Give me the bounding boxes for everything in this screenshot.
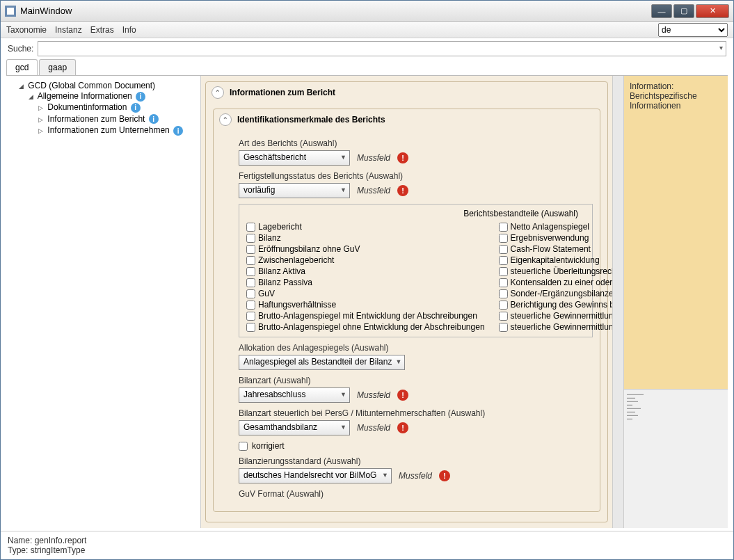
window-title: MainWindow [20, 6, 650, 16]
search-label: Suche: [8, 44, 33, 54]
check-item[interactable]: Netto Anlagenspiegel [499, 221, 612, 232]
checkbox[interactable] [499, 278, 508, 287]
error-icon: ! [439, 470, 450, 481]
checkbox[interactable] [246, 323, 255, 332]
checkbox[interactable] [246, 289, 255, 298]
vertical-scrollbar[interactable] [612, 76, 623, 528]
tab-gcd[interactable]: gcd [6, 59, 38, 75]
check-label: Netto Anlagenspiegel [511, 222, 589, 232]
check-label: Brutto-Anlagenspiegel mit Entwicklung de… [258, 311, 477, 321]
status-bar: Name: genInfo.report Type: stringItemTyp… [1, 531, 733, 559]
check-label: Bilanz [258, 233, 281, 243]
check-label: Brutto-Anlagenspiegel ohne Entwicklung d… [258, 322, 485, 332]
check-item[interactable]: steuerliche Gewinnermittlung bei P [499, 321, 612, 333]
tree-item[interactable]: ▷ Dokumentinformation i [38, 102, 198, 113]
check-item[interactable]: Brutto-Anlagenspiegel mit Entwicklung de… [246, 310, 485, 321]
check-item[interactable]: Lagebericht [246, 221, 485, 232]
info-icon[interactable]: i [136, 92, 145, 102]
allokation-select[interactable]: Anlagespiegel als Bestandteil der Bilanz [239, 355, 405, 370]
collapse-button[interactable]: ⌃ [219, 113, 232, 126]
checkbox[interactable] [499, 245, 508, 254]
tree-item[interactable]: ▷ Informationen zum Bericht i [38, 113, 198, 125]
info-text: Berichtspezifische Informationen [630, 91, 722, 111]
check-item[interactable]: Ergebnisverwendung [499, 232, 612, 243]
check-item[interactable]: Cash-Flow Statement [499, 243, 612, 255]
check-item[interactable]: Bilanz [246, 232, 485, 243]
maximize-button[interactable]: ▢ [673, 4, 694, 18]
check-item[interactable]: steuerliche Gewinnermittlung [499, 310, 612, 321]
check-item[interactable]: Zwischenlagebericht [246, 255, 485, 266]
check-label: Zwischenlagebericht [258, 255, 334, 265]
menu-instanz[interactable]: Instanz [55, 25, 82, 35]
minimize-button[interactable]: — [651, 4, 672, 18]
check-label: steuerliche Überleitungsrechnung [511, 266, 612, 276]
checkbox[interactable] [246, 256, 255, 265]
check-item[interactable]: Sonder-/Ergänzungsbilanzen als Fr [499, 288, 612, 299]
check-label: Bilanz Passiva [258, 278, 312, 287]
menu-info[interactable]: Info [122, 25, 136, 35]
info-panel: Information: Berichtspezifische Informat… [624, 76, 728, 389]
checkbox[interactable] [246, 278, 255, 287]
check-label: Berichtigung des Gewinns bei Wec [511, 300, 612, 310]
field-label: Bilanzart (Auswahl) [239, 376, 593, 385]
mussfeld-label: Mussfeld [357, 390, 390, 400]
tree-item[interactable]: ◢ Allgemeine Informationen i ▷ Dokumenti… [29, 90, 198, 137]
menubar: Taxonomie Instanz Extras Info de [1, 22, 733, 38]
check-item[interactable]: Haftungsverhältnisse [246, 299, 485, 310]
section-title: Identifikationsmerkmale des Berichts [237, 115, 385, 125]
tree-root[interactable]: ◢ GCD (Global Common Document) ◢ Allgeme… [19, 80, 198, 138]
check-item[interactable]: steuerliche Überleitungsrechnung [499, 266, 612, 277]
checkbox[interactable] [499, 267, 508, 276]
art-select[interactable]: Geschäftsbericht [239, 150, 350, 166]
close-button[interactable]: ✕ [696, 4, 729, 18]
check-item[interactable]: Bilanz Aktiva [246, 266, 485, 277]
field-label: Allokation des Anlagespiegels (Auswahl) [239, 343, 593, 353]
tab-gaap[interactable]: gaap [39, 59, 76, 75]
check-item[interactable]: GuV [246, 288, 485, 299]
menu-taxonomie[interactable]: Taxonomie [6, 25, 47, 35]
mussfeld-label: Mussfeld [399, 471, 432, 481]
checkbox[interactable] [246, 267, 255, 276]
checkbox[interactable] [499, 301, 508, 310]
info-icon[interactable]: i [149, 114, 159, 124]
check-label: Eröffnungsbilanz ohne GuV [258, 244, 360, 254]
menu-extras[interactable]: Extras [90, 25, 114, 35]
checkbox[interactable] [499, 312, 508, 321]
bilanzart-steuer-select[interactable]: Gesamthandsbilanz [239, 420, 350, 435]
error-icon: ! [397, 390, 408, 401]
collapse-button[interactable]: ⌃ [212, 86, 224, 99]
info-icon[interactable]: i [173, 126, 183, 136]
checkbox[interactable] [246, 312, 255, 321]
checkbox[interactable] [499, 323, 508, 332]
korrigiert-checkbox[interactable] [239, 442, 248, 451]
tree-item[interactable]: ▷ Informationen zum Unternehmen i [38, 125, 198, 136]
checkbox[interactable] [499, 234, 508, 243]
checkbox[interactable] [246, 245, 255, 254]
check-item[interactable]: Eröffnungsbilanz ohne GuV [246, 243, 485, 255]
language-selector[interactable]: de [658, 23, 728, 37]
section-bericht: ⌃ Informationen zum Bericht ⌃ Identifika… [205, 81, 608, 522]
search-input[interactable] [38, 41, 726, 56]
mussfeld-label: Mussfeld [357, 423, 390, 433]
mussfeld-label: Mussfeld [357, 153, 390, 163]
checkbox[interactable] [499, 289, 508, 298]
info-icon[interactable]: i [131, 103, 141, 113]
check-label: Lagebericht [258, 222, 302, 232]
standard-select[interactable]: deutsches Handelsrecht vor BilMoG [239, 468, 392, 483]
check-label: Ergebnisverwendung [511, 233, 589, 243]
checkbox[interactable] [246, 234, 255, 243]
check-item[interactable]: Kontensalden zu einer oder mehre [499, 277, 612, 288]
checkbox[interactable] [499, 223, 508, 232]
bilanzart-select[interactable]: Jahresabschluss [239, 387, 350, 403]
checkbox[interactable] [246, 301, 255, 310]
fertig-select[interactable]: vorläufig [239, 183, 350, 198]
check-label: Bilanz Aktiva [258, 266, 305, 276]
check-item[interactable]: Brutto-Anlagenspiegel ohne Entwicklung d… [246, 321, 485, 333]
check-item[interactable]: Bilanz Passiva [246, 277, 485, 288]
checkbox[interactable] [246, 223, 255, 232]
minimap[interactable]: ▬▬▬▬▬▬▬▬▬▬▬▬▬▬▬▬▬▬▬▬▬▬▬▬▬▬▬▬▬ [624, 389, 728, 528]
check-item[interactable]: Eigenkapitalentwicklung [499, 255, 612, 266]
check-item[interactable]: Berichtigung des Gewinns bei Wec [499, 299, 612, 310]
check-label: Cash-Flow Statement [511, 244, 591, 254]
checkbox[interactable] [499, 256, 508, 265]
